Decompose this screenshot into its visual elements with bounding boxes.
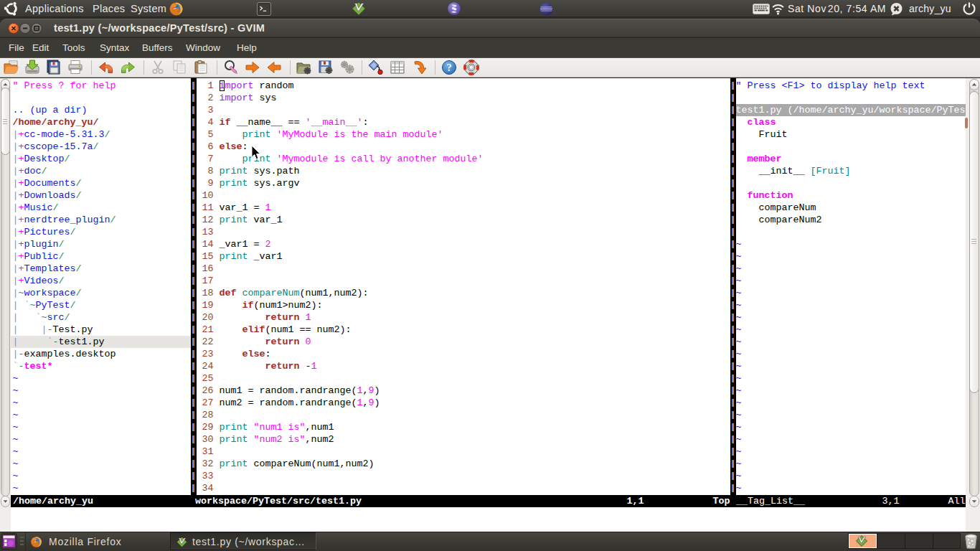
- svg-text:?: ?: [446, 62, 451, 73]
